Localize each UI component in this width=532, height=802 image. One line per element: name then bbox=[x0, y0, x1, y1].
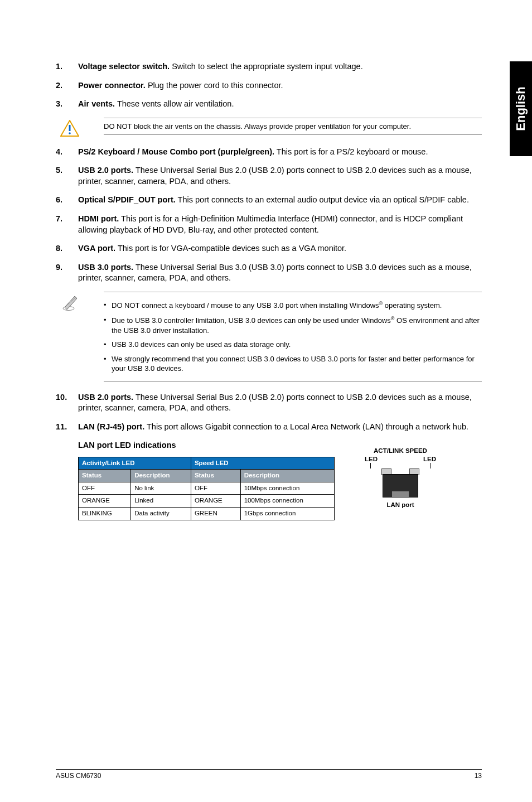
item-number: 7. bbox=[56, 214, 78, 235]
note-bullet: We strongly recommend that you connect U… bbox=[104, 354, 482, 374]
diagram-led-label: LED bbox=[365, 455, 378, 464]
note-bullet: DO NOT connect a keyboard / mouse to any… bbox=[104, 300, 482, 311]
item-body: LAN (RJ-45) port. This port allows Gigab… bbox=[78, 422, 482, 433]
page-content: 1. Voltage selector switch. Switch to se… bbox=[0, 0, 532, 543]
item-number: 11. bbox=[56, 422, 78, 433]
item-number: 2. bbox=[56, 80, 78, 91]
svg-marker-4 bbox=[65, 296, 77, 310]
item-text: These Universal Serial Bus 2.0 (USB 2.0)… bbox=[78, 393, 472, 413]
item-number: 9. bbox=[56, 262, 78, 284]
table-row: OFF No link OFF 10Mbps connection bbox=[79, 482, 335, 495]
table-cell: 1Gbps connection bbox=[240, 508, 334, 520]
table-cell: 100Mbps connection bbox=[240, 495, 334, 508]
item-number: 1. bbox=[56, 61, 78, 73]
table-header: Activity/Link LED bbox=[79, 457, 191, 470]
list-item: 5. USB 2.0 ports. These Universal Serial… bbox=[56, 165, 482, 187]
item-body: PS/2 Keyboard / Mouse Combo port (purple… bbox=[78, 147, 482, 158]
warning-text: DO NOT block the air vents on the chassi… bbox=[104, 118, 482, 136]
list-item: 6. Optical S/PDIF_OUT port. This port co… bbox=[56, 195, 482, 206]
pencil-icon bbox=[56, 292, 84, 313]
item-title: VGA port. bbox=[78, 244, 115, 253]
table-row: BLINKING Data activity GREEN 1Gbps conne… bbox=[79, 508, 335, 520]
note-bullet: USB 3.0 devices can only be used as data… bbox=[104, 340, 482, 350]
item-number: 4. bbox=[56, 147, 78, 158]
item-text: This port is for a PS/2 keyboard or mous… bbox=[277, 147, 428, 156]
item-number: 6. bbox=[56, 195, 78, 206]
rj45-icon bbox=[379, 468, 422, 497]
item-title: LAN (RJ-45) port. bbox=[78, 422, 144, 431]
table-row: ORANGE Linked ORANGE 100Mbps connection bbox=[79, 495, 335, 508]
item-title: PS/2 Keyboard / Mouse Combo port (purple… bbox=[78, 147, 274, 156]
table-cell: ORANGE bbox=[79, 495, 131, 508]
item-number: 5. bbox=[56, 165, 78, 187]
item-title: Voltage selector switch. bbox=[78, 62, 170, 71]
table-cell: OFF bbox=[191, 482, 240, 495]
list-item: 8. VGA port. This port is for VGA-compat… bbox=[56, 243, 482, 254]
list-item: 3. Air vents. These vents allow air vent… bbox=[56, 99, 482, 110]
item-text: These vents allow air ventilation. bbox=[117, 99, 234, 108]
item-title: USB 2.0 ports. bbox=[78, 166, 133, 175]
item-body: Air vents. These vents allow air ventila… bbox=[78, 99, 482, 110]
item-text: These Universal Serial Bus 3.0 (USB 3.0)… bbox=[78, 263, 472, 283]
item-body: Voltage selector switch. Switch to selec… bbox=[78, 61, 482, 73]
warning-callout: DO NOT block the air vents on the chassi… bbox=[56, 118, 482, 137]
item-body: Optical S/PDIF_OUT port. This port conne… bbox=[78, 195, 482, 206]
note-text: DO NOT connect a keyboard / mouse to any… bbox=[104, 292, 482, 382]
item-body: Power connector. Plug the power cord to … bbox=[78, 80, 482, 91]
list-item: 11. LAN (RJ-45) port. This port allows G… bbox=[56, 422, 482, 433]
item-body: USB 2.0 ports. These Universal Serial Bu… bbox=[78, 392, 482, 414]
table-cell: 10Mbps connection bbox=[240, 482, 334, 495]
table-cell: Linked bbox=[131, 495, 191, 508]
diagram-label-top: ACT/LINK SPEED bbox=[356, 447, 445, 456]
table-header: Speed LED bbox=[191, 457, 334, 470]
item-body: HDMI port. This port is for a High-Defin… bbox=[78, 214, 482, 235]
item-text: Plug the power cord to this connector. bbox=[148, 81, 283, 90]
table-cell: GREEN bbox=[191, 508, 240, 520]
table-cell: No link bbox=[131, 482, 191, 495]
list-item: 9. USB 3.0 ports. These Universal Serial… bbox=[56, 262, 482, 284]
list-item: 2. Power connector. Plug the power cord … bbox=[56, 80, 482, 91]
item-body: USB 3.0 ports. These Universal Serial Bu… bbox=[78, 262, 482, 284]
item-text: This port connects to an external audio … bbox=[178, 195, 469, 204]
table-subheader: Description bbox=[240, 470, 334, 482]
language-tab: English bbox=[510, 61, 532, 156]
table-cell: ORANGE bbox=[191, 495, 240, 508]
item-number: 8. bbox=[56, 243, 78, 254]
item-title: USB 2.0 ports. bbox=[78, 393, 133, 402]
list-item: 1. Voltage selector switch. Switch to se… bbox=[56, 61, 482, 73]
item-body: USB 2.0 ports. These Universal Serial Bu… bbox=[78, 165, 482, 187]
table-cell: OFF bbox=[79, 482, 131, 495]
svg-point-2 bbox=[69, 132, 71, 134]
item-title: Power connector. bbox=[78, 81, 146, 90]
warning-icon bbox=[56, 118, 84, 137]
item-text: This port allows Gigabit connection to a… bbox=[147, 422, 468, 431]
item-title: USB 3.0 ports. bbox=[78, 263, 133, 272]
list-item: 10. USB 2.0 ports. These Universal Seria… bbox=[56, 392, 482, 414]
table-subheader: Status bbox=[191, 470, 240, 482]
list-item: 4. PS/2 Keyboard / Mouse Combo port (pur… bbox=[56, 147, 482, 158]
table-cell: Data activity bbox=[131, 508, 191, 520]
table-subheader: Description bbox=[131, 470, 191, 482]
item-text: These Universal Serial Bus 2.0 (USB 2.0)… bbox=[78, 166, 472, 186]
item-number: 10. bbox=[56, 392, 78, 414]
table-cell: BLINKING bbox=[79, 508, 131, 520]
diagram-label-bottom: LAN port bbox=[356, 501, 445, 510]
item-text: Switch to select the appropriate system … bbox=[172, 62, 363, 71]
item-text: This port is for VGA-compatible devices … bbox=[118, 244, 346, 253]
item-number: 3. bbox=[56, 99, 78, 110]
footer-page-number: 13 bbox=[475, 772, 482, 780]
note-callout: DO NOT connect a keyboard / mouse to any… bbox=[56, 292, 482, 382]
item-title: Air vents. bbox=[78, 99, 115, 108]
item-body: VGA port. This port is for VGA-compatibl… bbox=[78, 243, 482, 254]
footer-model: ASUS CM6730 bbox=[56, 772, 101, 780]
item-title: Optical S/PDIF_OUT port. bbox=[78, 195, 176, 204]
list-item: 7. HDMI port. This port is for a High-De… bbox=[56, 214, 482, 235]
page-footer: ASUS CM6730 13 bbox=[56, 769, 482, 780]
note-bullet: Due to USB 3.0 controller limitation, US… bbox=[104, 315, 482, 335]
table-subheader: Status bbox=[79, 470, 131, 482]
lan-port-diagram: ACT/LINK SPEED LED LED LAN port bbox=[356, 447, 445, 510]
item-text: This port is for a High-Definition Multi… bbox=[78, 214, 463, 234]
item-title: HDMI port. bbox=[78, 214, 119, 223]
lan-led-table: Activity/Link LED Speed LED Status Descr… bbox=[78, 457, 335, 520]
